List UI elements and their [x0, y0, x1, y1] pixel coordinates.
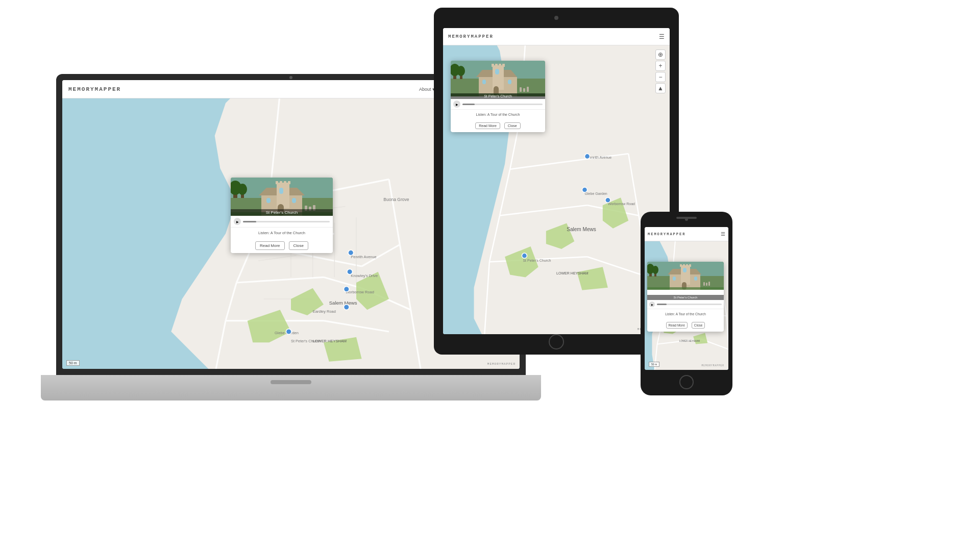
laptop-base [41, 375, 541, 400]
popup-actions: Read More Close [231, 238, 333, 253]
svg-text:Penrith Avenue: Penrith Avenue [351, 255, 376, 259]
phone-popup-image: St Peter's Church [647, 262, 724, 300]
svg-rect-109 [502, 64, 505, 67]
svg-rect-55 [277, 183, 289, 208]
svg-text:Buona Grove: Buona Grove [383, 197, 409, 202]
svg-rect-157 [689, 264, 691, 267]
svg-rect-159 [673, 277, 676, 281]
svg-point-102 [457, 66, 465, 76]
map-watermark: MEMORYMAPPER [487, 362, 516, 366]
tablet-listen-label: Listen: A Tour of the Church [451, 110, 545, 119]
svg-point-43 [347, 269, 353, 274]
svg-text:LOWER HEYSHAM: LOWER HEYSHAM [679, 340, 700, 342]
tablet-map-controls: ⊕ + − ▲ [655, 49, 666, 93]
phone-listen-label: Listen: A Tour of the Church [647, 309, 724, 319]
svg-rect-59 [288, 181, 290, 184]
tablet-read-more-button[interactable]: Read More [475, 122, 500, 129]
popup-image: St Peter's Church [231, 178, 333, 216]
svg-rect-154 [680, 264, 682, 267]
laptop-popup: St Peter's Church ▶ Listen: A Tour of th… [231, 178, 333, 253]
tablet-popup: St Peter's Church ▶ Listen: A Tour of th… [451, 61, 545, 132]
phone-screen: MEMORYMAPPER ☰ [645, 227, 728, 370]
phone-read-more-button[interactable]: Read More [666, 322, 688, 329]
svg-point-96 [522, 253, 527, 258]
svg-rect-56 [276, 181, 278, 184]
phone-map: Salem Mews LOWER HEYSHAM Penrith Ave Gle… [645, 241, 728, 370]
phone-home-button[interactable] [679, 375, 694, 389]
phone-body: MEMORYMAPPER ☰ [641, 212, 732, 395]
svg-rect-111 [482, 80, 486, 84]
tablet-popup-title: St Peter's Church [451, 93, 545, 99]
svg-rect-160 [694, 277, 697, 281]
tablet-screen: MEMORYMAPPER ☰ [443, 28, 670, 334]
read-more-button[interactable]: Read More [255, 241, 285, 250]
svg-rect-117 [527, 87, 529, 92]
phone-church-image [647, 262, 724, 290]
svg-text:Eardley Road: Eardley Road [313, 309, 336, 314]
laptop-camera [289, 76, 292, 79]
svg-rect-108 [499, 64, 501, 67]
popup-church-title: St Peter's Church [231, 209, 333, 216]
svg-point-95 [605, 197, 610, 203]
tablet-popup-actions: Read More Close [451, 119, 545, 132]
tablet-church-image [451, 61, 545, 96]
tablet-locate-button[interactable]: ⊕ [655, 49, 666, 60]
play-button[interactable]: ▶ [234, 218, 241, 225]
popup-listen-label: Listen: A Tour of the Church [231, 228, 333, 238]
svg-rect-58 [284, 181, 286, 184]
phone-play-button[interactable]: ▶ [649, 302, 655, 307]
svg-rect-158 [683, 268, 687, 272]
tablet-camera [554, 16, 558, 20]
svg-point-52 [238, 184, 247, 195]
svg-rect-107 [495, 64, 498, 67]
tablet-audio-bar[interactable] [462, 104, 543, 105]
tablet-map: Salem Mews LOWER HEYSHAM Penrith Avenue … [443, 45, 670, 334]
phone-close-button[interactable]: Close [692, 322, 705, 329]
phone-logo: MEMORYMAPPER [648, 232, 685, 236]
svg-rect-156 [686, 264, 688, 267]
tablet-menu-icon[interactable]: ☰ [659, 33, 665, 40]
tablet-audio-progress [462, 104, 475, 105]
svg-rect-57 [280, 181, 282, 184]
phone-church-drawing [647, 262, 724, 290]
audio-progress-bar[interactable] [243, 221, 330, 222]
phone-popup-title: St Peter's Church [647, 295, 724, 300]
svg-text:Penrith Avenue: Penrith Avenue [587, 156, 612, 159]
svg-rect-164 [706, 283, 707, 286]
audio-progress-fill [243, 221, 256, 222]
phone-menu-icon[interactable]: ☰ [721, 231, 725, 237]
phone-scale-bar: 50 m [649, 362, 659, 367]
svg-text:Glebe Garden: Glebe Garden [585, 192, 607, 195]
tablet-reset-button[interactable]: ▲ [655, 83, 666, 93]
svg-text:St Peter's Church: St Peter's Church [523, 259, 551, 262]
tablet-church-drawing [451, 61, 545, 96]
svg-point-42 [348, 250, 354, 256]
svg-text:St Peter's Church: St Peter's Church [291, 339, 321, 343]
phone-popup-actions: Read More Close [647, 319, 724, 332]
phone-audio-bar[interactable] [657, 304, 722, 305]
close-button[interactable]: Close [289, 241, 308, 250]
svg-rect-116 [523, 88, 525, 92]
phone-popup-audio: ▶ [647, 300, 724, 309]
svg-point-46 [286, 329, 291, 335]
svg-rect-61 [266, 198, 271, 203]
svg-point-94 [582, 187, 587, 192]
svg-rect-105 [493, 65, 504, 90]
tablet-home-button[interactable] [549, 334, 564, 349]
svg-rect-60 [279, 188, 283, 194]
svg-rect-62 [292, 198, 296, 203]
tablet-play-button[interactable]: ▶ [453, 101, 460, 108]
svg-point-93 [585, 154, 590, 159]
svg-rect-115 [520, 87, 522, 92]
phone-watermark: MEMORYMAPPER [702, 364, 724, 367]
tablet-close-button[interactable]: Close [504, 122, 521, 129]
phone-camera [685, 218, 688, 221]
svg-point-45 [344, 305, 349, 310]
svg-point-44 [344, 286, 349, 292]
tablet-zoom-in-button[interactable]: + [655, 61, 666, 71]
tablet-zoom-out-button[interactable]: − [655, 72, 666, 82]
tablet-popup-audio: ▶ [451, 99, 545, 110]
phone-audio-progress [657, 304, 667, 305]
svg-text:LOWER HEYSHAM: LOWER HEYSHAM [556, 272, 589, 276]
svg-rect-163 [703, 282, 705, 286]
